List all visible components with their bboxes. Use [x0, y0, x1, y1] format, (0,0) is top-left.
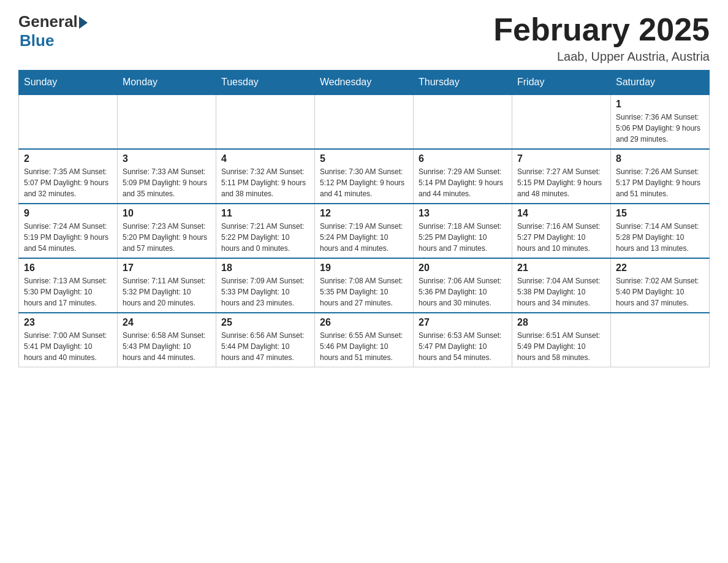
calendar-day-cell: 18Sunrise: 7:09 AM Sunset: 5:33 PM Dayli… — [216, 258, 315, 313]
calendar-day-cell: 17Sunrise: 7:11 AM Sunset: 5:32 PM Dayli… — [118, 258, 216, 313]
logo-arrow-icon — [79, 17, 88, 29]
calendar-day-cell: 11Sunrise: 7:21 AM Sunset: 5:22 PM Dayli… — [216, 204, 315, 258]
calendar-day-cell: 4Sunrise: 7:32 AM Sunset: 5:11 PM Daylig… — [216, 149, 315, 204]
day-info: Sunrise: 7:04 AM Sunset: 5:38 PM Dayligh… — [517, 275, 605, 308]
calendar-day-cell: 25Sunrise: 6:56 AM Sunset: 5:44 PM Dayli… — [216, 313, 315, 367]
day-info: Sunrise: 7:32 AM Sunset: 5:11 PM Dayligh… — [221, 166, 309, 199]
calendar-day-cell: 21Sunrise: 7:04 AM Sunset: 5:38 PM Dayli… — [512, 258, 611, 313]
calendar-day-cell — [414, 94, 512, 149]
day-number: 4 — [221, 153, 309, 164]
day-number: 14 — [517, 208, 605, 219]
day-number: 1 — [616, 99, 704, 110]
day-number: 26 — [320, 317, 408, 328]
day-number: 16 — [24, 262, 112, 274]
day-number: 22 — [616, 262, 704, 274]
day-info: Sunrise: 7:29 AM Sunset: 5:14 PM Dayligh… — [419, 166, 507, 199]
page-header: General Blue February 2025 Laab, Upper A… — [18, 12, 710, 64]
day-number: 7 — [517, 153, 605, 164]
calendar-day-cell — [19, 94, 118, 149]
day-info: Sunrise: 6:53 AM Sunset: 5:47 PM Dayligh… — [419, 330, 507, 363]
calendar-day-cell: 7Sunrise: 7:27 AM Sunset: 5:15 PM Daylig… — [512, 149, 611, 204]
calendar-day-cell: 1Sunrise: 7:36 AM Sunset: 5:06 PM Daylig… — [611, 94, 710, 149]
day-number: 24 — [123, 317, 211, 328]
day-info: Sunrise: 7:24 AM Sunset: 5:19 PM Dayligh… — [24, 221, 112, 254]
calendar-day-cell: 19Sunrise: 7:08 AM Sunset: 5:35 PM Dayli… — [315, 258, 414, 313]
day-info: Sunrise: 6:51 AM Sunset: 5:49 PM Dayligh… — [517, 330, 605, 363]
day-number: 19 — [320, 262, 408, 274]
day-info: Sunrise: 7:14 AM Sunset: 5:28 PM Dayligh… — [616, 221, 704, 254]
calendar-day-cell — [611, 313, 710, 367]
calendar-day-cell: 13Sunrise: 7:18 AM Sunset: 5:25 PM Dayli… — [414, 204, 512, 258]
day-number: 27 — [419, 317, 507, 328]
calendar-day-cell — [315, 94, 414, 149]
calendar-day-cell: 26Sunrise: 6:55 AM Sunset: 5:46 PM Dayli… — [315, 313, 414, 367]
logo-blue-text: Blue — [20, 31, 88, 50]
day-number: 2 — [24, 153, 112, 164]
day-number: 6 — [419, 153, 507, 164]
day-of-week-header: Sunday — [19, 71, 118, 95]
calendar-day-cell: 6Sunrise: 7:29 AM Sunset: 5:14 PM Daylig… — [414, 149, 512, 204]
calendar-day-cell: 23Sunrise: 7:00 AM Sunset: 5:41 PM Dayli… — [19, 313, 118, 367]
day-of-week-header: Monday — [118, 71, 216, 95]
calendar-day-cell: 9Sunrise: 7:24 AM Sunset: 5:19 PM Daylig… — [19, 204, 118, 258]
day-number: 13 — [419, 208, 507, 219]
title-area: February 2025 Laab, Upper Austria, Austr… — [493, 12, 710, 64]
logo-general-text: General — [18, 12, 78, 31]
day-info: Sunrise: 7:09 AM Sunset: 5:33 PM Dayligh… — [221, 275, 309, 308]
day-number: 9 — [24, 208, 112, 219]
day-info: Sunrise: 7:26 AM Sunset: 5:17 PM Dayligh… — [616, 166, 704, 199]
day-info: Sunrise: 7:21 AM Sunset: 5:22 PM Dayligh… — [221, 221, 309, 254]
day-of-week-header: Tuesday — [216, 71, 315, 95]
calendar-table: SundayMondayTuesdayWednesdayThursdayFrid… — [18, 70, 710, 367]
logo: General Blue — [18, 12, 88, 50]
day-info: Sunrise: 7:33 AM Sunset: 5:09 PM Dayligh… — [123, 166, 211, 199]
day-info: Sunrise: 7:13 AM Sunset: 5:30 PM Dayligh… — [24, 275, 112, 308]
day-of-week-header: Saturday — [611, 71, 710, 95]
day-info: Sunrise: 7:02 AM Sunset: 5:40 PM Dayligh… — [616, 275, 704, 308]
day-of-week-header: Thursday — [414, 71, 512, 95]
day-of-week-header: Friday — [512, 71, 611, 95]
day-number: 11 — [221, 208, 309, 219]
day-info: Sunrise: 6:56 AM Sunset: 5:44 PM Dayligh… — [221, 330, 309, 363]
day-info: Sunrise: 7:23 AM Sunset: 5:20 PM Dayligh… — [123, 221, 211, 254]
month-title: February 2025 — [493, 12, 710, 47]
calendar-day-cell: 3Sunrise: 7:33 AM Sunset: 5:09 PM Daylig… — [118, 149, 216, 204]
calendar-week-row: 2Sunrise: 7:35 AM Sunset: 5:07 PM Daylig… — [19, 149, 710, 204]
calendar-week-row: 1Sunrise: 7:36 AM Sunset: 5:06 PM Daylig… — [19, 94, 710, 149]
calendar-day-cell: 15Sunrise: 7:14 AM Sunset: 5:28 PM Dayli… — [611, 204, 710, 258]
day-number: 18 — [221, 262, 309, 274]
calendar-day-cell: 12Sunrise: 7:19 AM Sunset: 5:24 PM Dayli… — [315, 204, 414, 258]
day-number: 25 — [221, 317, 309, 328]
day-info: Sunrise: 7:36 AM Sunset: 5:06 PM Dayligh… — [616, 112, 704, 145]
day-info: Sunrise: 6:58 AM Sunset: 5:43 PM Dayligh… — [123, 330, 211, 363]
day-number: 5 — [320, 153, 408, 164]
day-number: 10 — [123, 208, 211, 219]
day-number: 17 — [123, 262, 211, 274]
calendar-day-cell: 27Sunrise: 6:53 AM Sunset: 5:47 PM Dayli… — [414, 313, 512, 367]
calendar-week-row: 16Sunrise: 7:13 AM Sunset: 5:30 PM Dayli… — [19, 258, 710, 313]
calendar-day-cell: 24Sunrise: 6:58 AM Sunset: 5:43 PM Dayli… — [118, 313, 216, 367]
day-number: 28 — [517, 317, 605, 328]
calendar-day-cell: 2Sunrise: 7:35 AM Sunset: 5:07 PM Daylig… — [19, 149, 118, 204]
day-number: 23 — [24, 317, 112, 328]
day-info: Sunrise: 7:19 AM Sunset: 5:24 PM Dayligh… — [320, 221, 408, 254]
calendar-day-cell: 20Sunrise: 7:06 AM Sunset: 5:36 PM Dayli… — [414, 258, 512, 313]
calendar-day-cell — [512, 94, 611, 149]
day-number: 20 — [419, 262, 507, 274]
day-info: Sunrise: 7:08 AM Sunset: 5:35 PM Dayligh… — [320, 275, 408, 308]
calendar-day-cell: 8Sunrise: 7:26 AM Sunset: 5:17 PM Daylig… — [611, 149, 710, 204]
day-info: Sunrise: 7:27 AM Sunset: 5:15 PM Dayligh… — [517, 166, 605, 199]
day-number: 3 — [123, 153, 211, 164]
calendar-day-cell: 5Sunrise: 7:30 AM Sunset: 5:12 PM Daylig… — [315, 149, 414, 204]
calendar-week-row: 23Sunrise: 7:00 AM Sunset: 5:41 PM Dayli… — [19, 313, 710, 367]
day-of-week-header: Wednesday — [315, 71, 414, 95]
day-info: Sunrise: 7:00 AM Sunset: 5:41 PM Dayligh… — [24, 330, 112, 363]
day-info: Sunrise: 7:18 AM Sunset: 5:25 PM Dayligh… — [419, 221, 507, 254]
calendar-day-cell: 28Sunrise: 6:51 AM Sunset: 5:49 PM Dayli… — [512, 313, 611, 367]
day-info: Sunrise: 7:35 AM Sunset: 5:07 PM Dayligh… — [24, 166, 112, 199]
day-number: 21 — [517, 262, 605, 274]
day-info: Sunrise: 7:06 AM Sunset: 5:36 PM Dayligh… — [419, 275, 507, 308]
calendar-header-row: SundayMondayTuesdayWednesdayThursdayFrid… — [19, 71, 710, 95]
calendar-day-cell: 14Sunrise: 7:16 AM Sunset: 5:27 PM Dayli… — [512, 204, 611, 258]
day-number: 8 — [616, 153, 704, 164]
